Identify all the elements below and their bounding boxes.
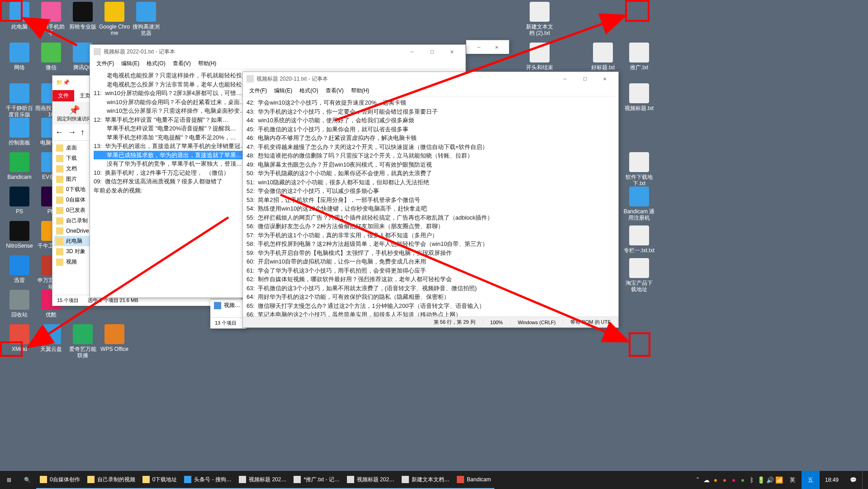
folder-icon xyxy=(56,248,63,255)
menu-item[interactable]: 格式(O) xyxy=(296,86,322,96)
desktop-icon[interactable]: NitroSense xyxy=(4,221,35,249)
annotation-box-top-left xyxy=(0,0,23,22)
menu-item[interactable]: 文件(F) xyxy=(246,86,270,96)
desktop-icon[interactable]: 回收站 xyxy=(4,290,35,318)
taskbar-task[interactable]: 视频标题 202… xyxy=(343,471,398,489)
text-content[interactable]: 42: 学会win10这2个小技巧，可有效提升速度20%，远离卡顿43: 华为手… xyxy=(243,96,618,316)
tray-battery-icon[interactable]: 🔋 xyxy=(756,471,765,489)
titlebar[interactable]: 视频标题 2020-11.txt - 记事本 ─ ☐ ✕ xyxy=(243,72,618,86)
ime-mode-button[interactable]: 五 xyxy=(802,471,820,489)
desktop-icon[interactable]: 视频标题.txt xyxy=(623,83,655,111)
window-title: 视频标题 2022-01.txt - 记事本 xyxy=(104,48,175,56)
menu-item[interactable]: 查看(V) xyxy=(169,59,194,68)
icon-label: 软件下载地下.txt xyxy=(623,174,655,187)
annotation-box-bottom-right xyxy=(629,332,650,357)
nav-forward-button[interactable]: → xyxy=(68,128,76,137)
desktop-icon[interactable]: 好标题.txt xyxy=(587,43,619,71)
taskbar-pinned-folder[interactable]: 0下载地址 xyxy=(139,471,181,489)
taskbar-task[interactable]: 新建文本文档… xyxy=(398,471,453,489)
desktop-icon[interactable]: 剪映专业版 xyxy=(67,2,99,30)
tray-onedrive-icon[interactable]: ☁ xyxy=(702,471,711,489)
tray-app-icon[interactable]: ● xyxy=(738,471,747,489)
desktop-icon[interactable]: Bandicam 通用注册机 xyxy=(623,187,655,221)
file-tab[interactable]: 文件 xyxy=(52,90,74,101)
desktop-icon[interactable]: Bandicam xyxy=(4,152,35,180)
menu-item[interactable]: 编辑(E) xyxy=(118,59,143,68)
close-button[interactable]: ✕ xyxy=(595,72,615,86)
icon-label: WPS Office xyxy=(99,346,130,352)
text-line: 57: 华为手机的这1个小功能，真的非常实用，很多人都不知道（多用户） xyxy=(247,231,615,240)
menu-item[interactable]: 编辑(E) xyxy=(270,86,296,96)
nav-back-button[interactable]: ← xyxy=(55,128,63,137)
taskbar-task[interactable]: Bandicam xyxy=(453,471,494,489)
menu-item[interactable]: 帮助(H) xyxy=(194,59,220,68)
notepad-icon xyxy=(247,75,254,82)
app-icon xyxy=(530,43,550,62)
desktop-icon[interactable]: 千千静听百度音乐版 xyxy=(4,83,35,118)
desktop-icon[interactable]: 迅雷 xyxy=(4,255,35,283)
titlebar[interactable]: 视频标题 2022-01.txt - 记事本 ─ ☐ ✕ xyxy=(90,45,465,58)
maximize-button[interactable]: ☐ xyxy=(422,45,442,58)
menu-item[interactable]: 文件(F) xyxy=(93,59,118,68)
clock[interactable]: 18:49 xyxy=(820,471,844,489)
close-button[interactable]: ✕ xyxy=(442,45,462,58)
tray-chevron-icon[interactable]: ˄ xyxy=(693,471,702,489)
taskbar-pinned-folder[interactable]: 自己录制的视频 xyxy=(84,471,139,489)
icon-label: 迅雷 xyxy=(4,277,35,283)
desktop-icon[interactable]: 网络 xyxy=(4,43,35,71)
tray-app-icon[interactable]: ● xyxy=(720,471,729,489)
desktop-icon[interactable]: 爱奇艺万能联播 xyxy=(67,324,99,359)
desktop-icon[interactable]: 控制面板 xyxy=(4,118,35,146)
search-button[interactable]: 🔍 xyxy=(18,471,36,489)
ime-language-button[interactable]: 英 xyxy=(783,471,802,489)
minimize-button[interactable]: ─ xyxy=(470,40,488,54)
desktop-icon[interactable]: PS xyxy=(4,187,35,215)
menu-item[interactable]: 格式(O) xyxy=(143,59,169,68)
window-title: 视频标题 2020-11.txt - 记事本 xyxy=(256,75,328,83)
icon-label: 好标题.txt xyxy=(587,64,619,71)
app-icon xyxy=(593,43,613,62)
app-icon xyxy=(347,476,354,483)
taskbar-pinned-folder[interactable]: 0自媒体创作 xyxy=(36,471,84,489)
maximize-button[interactable]: ☐ xyxy=(575,72,595,86)
icon-label: 视频标题.txt xyxy=(623,105,655,111)
desktop-icon[interactable]: Google Chrome xyxy=(99,2,130,37)
desktop-icon[interactable]: 新建文本文档 (2).txt xyxy=(524,2,555,37)
desktop-icon[interactable]: 软件下载地下.txt xyxy=(623,152,655,187)
notifications-button[interactable]: 💬 xyxy=(844,471,862,489)
app-icon xyxy=(104,324,124,344)
pin-icon[interactable]: 📌 xyxy=(63,79,70,86)
text-line: 55: 怎样拦截烦人的网页广告？只需1个插件就轻松搞定，广告再也不敢乱跳了（ad… xyxy=(247,213,615,222)
desktop-icon[interactable]: 天翼云盘 xyxy=(35,324,67,352)
taskbar-task[interactable]: 头条号 - 搜狗… xyxy=(180,471,235,489)
show-desktop-button[interactable] xyxy=(862,471,868,489)
desktop-icon[interactable]: 搜狗高速浏览器 xyxy=(130,2,162,37)
taskbar-task[interactable]: *推广.txt - 记… xyxy=(290,471,343,489)
menu-item[interactable]: 查看(V) xyxy=(322,86,347,96)
desktop-icon[interactable]: 淘宝产品下载地址 xyxy=(623,258,655,293)
start-button[interactable]: ⊞ xyxy=(0,471,18,489)
tray-app-icon[interactable]: ● xyxy=(711,471,720,489)
desktop-icon[interactable]: 专栏一.txt.txt xyxy=(623,225,655,254)
taskbar-task[interactable]: 视频标题 202… xyxy=(235,471,290,489)
file-item[interactable]: 视频… xyxy=(211,300,245,311)
text-line: 54: 熟练使用win10的这10个快捷键，让你秒变电脑高手，赶快拿走吧 xyxy=(247,204,615,213)
desktop-icon[interactable]: 推广.txt xyxy=(623,43,655,71)
tray-wifi-icon[interactable]: 📶 xyxy=(774,471,783,489)
tray-bluetooth-icon[interactable]: ᛒ xyxy=(747,471,756,489)
tray-volume-icon[interactable]: 🔊 xyxy=(765,471,774,489)
desktop-icon[interactable]: 开头和结束 xyxy=(524,43,555,71)
nav-up-button[interactable]: ↑ xyxy=(81,128,85,137)
text-line: 51: win10隐藏的这2个小功能，很多人都不知道，但却都让人无法拒绝 xyxy=(247,178,615,187)
close-button[interactable]: ✕ xyxy=(488,40,505,54)
minimize-button[interactable]: ─ xyxy=(555,72,575,86)
desktop-icon[interactable]: 微信 xyxy=(35,43,67,71)
desktop-icon[interactable]: WPS Office xyxy=(99,324,130,352)
folder-icon xyxy=(56,197,63,204)
tray-app-icon[interactable]: ● xyxy=(729,471,738,489)
pin-to-quick-button[interactable]: 📌固定到快速访问 xyxy=(54,104,95,123)
minimize-button[interactable]: ─ xyxy=(402,45,422,58)
menu-item[interactable]: 帮助(H) xyxy=(347,86,373,96)
text-line: 43: 华为手机的这2个小技巧，你一定要会，否则可能会错过很多重要日子 xyxy=(247,107,615,116)
desktop-icon[interactable]: 华为手机助手 xyxy=(35,2,67,37)
